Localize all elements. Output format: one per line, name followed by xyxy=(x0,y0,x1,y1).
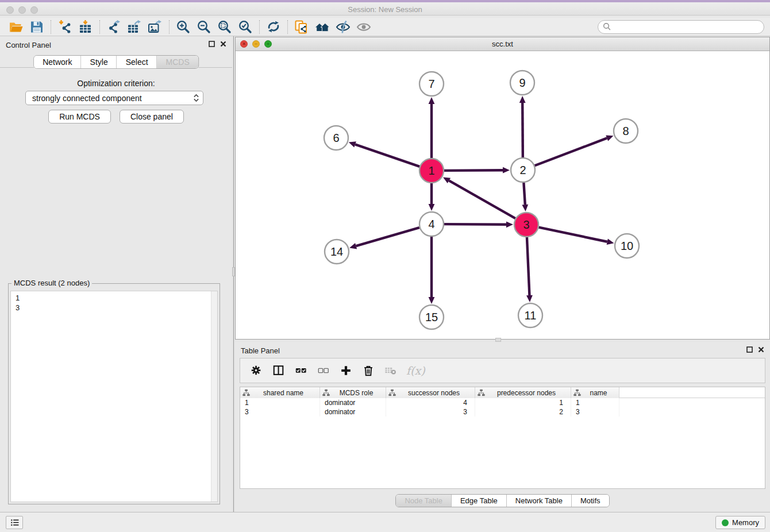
edge-3-10[interactable] xyxy=(539,228,607,242)
memory-status-dot xyxy=(722,519,729,526)
column-header-shared-name[interactable]: shared name xyxy=(240,387,320,398)
criterion-value: strongly connected component xyxy=(32,94,193,103)
edge-arrow-4-3 xyxy=(506,221,513,228)
memory-label: Memory xyxy=(732,518,759,527)
delete-column-button[interactable] xyxy=(361,364,375,377)
zoom-out-button[interactable] xyxy=(194,18,214,36)
node-table: shared nameMCDS rolesuccessor nodesprede… xyxy=(240,387,765,489)
tab-edge-table[interactable]: Edge Table xyxy=(452,495,507,507)
table-panel: Table Panel f(x) shared nameMCDS rolesuc… xyxy=(235,342,770,512)
float-panel-icon[interactable] xyxy=(209,41,215,47)
graph-node-label-4: 4 xyxy=(428,218,434,230)
column-header-name[interactable]: name xyxy=(571,387,619,398)
search-input[interactable] xyxy=(598,20,764,34)
edge-3-1[interactable] xyxy=(449,180,515,218)
result-scrollbar[interactable] xyxy=(211,291,217,502)
tab-network[interactable]: Network xyxy=(34,56,81,68)
refresh-button[interactable] xyxy=(263,18,284,36)
edge-2-8[interactable] xyxy=(535,138,607,165)
zoom-selected-button[interactable] xyxy=(235,18,256,36)
table-tabs: Node TableEdge TableNetwork TableMotifs xyxy=(395,494,609,507)
tab-mcds[interactable]: MCDS xyxy=(157,56,198,68)
split-panel-icon xyxy=(272,364,285,377)
network-canvas[interactable]: 7968124314101511 xyxy=(236,51,769,339)
table-cell[interactable]: 2 xyxy=(475,407,571,417)
edge-arrow-1-2 xyxy=(503,167,510,174)
splitter-grip[interactable] xyxy=(495,338,501,342)
memory-button[interactable]: Memory xyxy=(715,516,765,529)
table-row[interactable]: 3dominator323 xyxy=(240,407,765,417)
show-panels-button[interactable] xyxy=(353,18,374,36)
edge-1-2[interactable] xyxy=(444,170,503,171)
tab-motifs[interactable]: Motifs xyxy=(572,495,609,507)
tab-style[interactable]: Style xyxy=(82,56,117,68)
edge-2-3[interactable] xyxy=(523,183,525,205)
network-view-window: ✕ − + scc.txt 7968124314101511 xyxy=(235,37,770,340)
graph-node-label-7: 7 xyxy=(428,78,434,90)
edge-2-9[interactable] xyxy=(522,103,523,157)
close-panel-icon[interactable] xyxy=(758,346,764,353)
table-cell[interactable]: 3 xyxy=(571,407,619,417)
search-field[interactable] xyxy=(614,22,759,31)
import-network-button[interactable] xyxy=(55,18,75,36)
table-panel-title: Table Panel xyxy=(241,346,280,355)
graph-node-label-3: 3 xyxy=(523,218,529,231)
zoom-selected-icon xyxy=(238,20,253,34)
close-panel-icon[interactable] xyxy=(220,41,226,47)
network-window-titlebar[interactable]: ✕ − + scc.txt xyxy=(236,37,769,51)
export-table-button[interactable] xyxy=(124,18,145,36)
show-panels-icon xyxy=(356,20,371,34)
edge-arrow-1-7 xyxy=(429,97,435,104)
edge-1-6[interactable] xyxy=(355,144,419,166)
table-cell[interactable]: 1 xyxy=(240,398,320,407)
tab-network-table[interactable]: Network Table xyxy=(507,495,572,507)
mcds-result-textarea[interactable]: 1 3 xyxy=(10,291,218,502)
table-cell[interactable]: 1 xyxy=(571,398,619,407)
task-history-button[interactable] xyxy=(6,516,23,529)
add-column-button[interactable] xyxy=(339,364,353,377)
close-panel-button[interactable]: Close panel xyxy=(120,110,184,124)
tab-select[interactable]: Select xyxy=(117,56,157,68)
export-image-button[interactable] xyxy=(145,18,165,36)
column-header-successor-nodes[interactable]: successor nodes xyxy=(386,387,475,398)
column-header-MCDS-role[interactable]: MCDS role xyxy=(320,387,386,398)
float-panel-icon[interactable] xyxy=(746,346,753,353)
select-all-button[interactable] xyxy=(294,364,308,377)
edge-4-3[interactable] xyxy=(444,224,506,225)
edge-3-11[interactable] xyxy=(527,237,529,295)
table-cell[interactable]: 3 xyxy=(386,407,475,417)
table-cell[interactable]: 1 xyxy=(475,398,571,407)
table-cell[interactable]: dominator xyxy=(320,398,386,407)
toolbar-separator xyxy=(169,20,170,34)
edge-arrow-2-3 xyxy=(522,205,528,211)
tab-node-table[interactable]: Node Table xyxy=(396,495,452,507)
edge-arrow-1-4 xyxy=(429,204,435,211)
home-button[interactable] xyxy=(312,18,333,36)
zoom-fit-icon xyxy=(217,20,232,34)
clear-selection-button[interactable] xyxy=(317,364,330,377)
run-mcds-button[interactable]: Run MCDS xyxy=(48,110,111,124)
zoom-fit-button[interactable] xyxy=(214,18,235,36)
edge-4-14[interactable] xyxy=(356,228,419,246)
save-session-button[interactable] xyxy=(26,18,47,36)
split-panel-button[interactable] xyxy=(272,364,286,377)
column-type-icon xyxy=(573,389,581,396)
table-settings-button[interactable] xyxy=(249,364,263,377)
table-cell[interactable]: dominator xyxy=(320,407,386,417)
export-network-button[interactable] xyxy=(103,18,124,36)
criterion-dropdown[interactable]: strongly connected component xyxy=(25,91,203,105)
column-header-predecessor-nodes[interactable]: predecessor nodes xyxy=(475,387,571,398)
clone-network-button[interactable] xyxy=(291,18,312,36)
edge-arrow-1-6 xyxy=(349,141,356,147)
zoom-in-button[interactable] xyxy=(173,18,194,36)
table-cell[interactable]: 3 xyxy=(240,407,320,417)
hide-panels-button[interactable] xyxy=(333,18,353,36)
open-session-button[interactable] xyxy=(6,18,26,36)
clear-selection-icon xyxy=(317,364,330,377)
import-table-button[interactable] xyxy=(75,18,96,36)
control-panel-tabs: NetworkStyleSelectMCDS xyxy=(33,55,199,69)
table-row[interactable]: 1dominator411 xyxy=(240,398,765,407)
delete-table-icon xyxy=(384,364,397,377)
table-cell[interactable]: 4 xyxy=(386,398,475,407)
import-network-icon xyxy=(57,20,72,34)
